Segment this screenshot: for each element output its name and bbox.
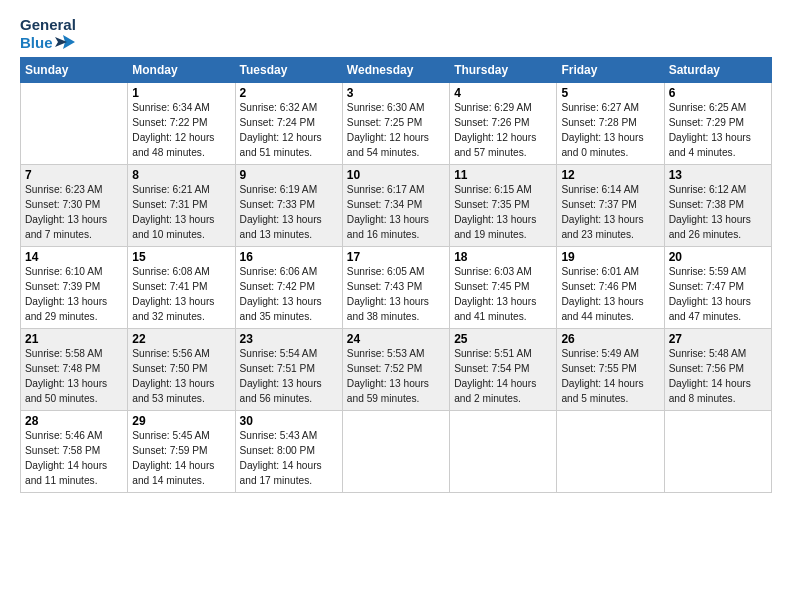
day-number: 16 (240, 250, 338, 264)
header-wednesday: Wednesday (342, 58, 449, 83)
calendar-cell-w5-d2: 29Sunrise: 5:45 AMSunset: 7:59 PMDayligh… (128, 411, 235, 493)
day-detail: Sunrise: 6:01 AMSunset: 7:46 PMDaylight:… (561, 266, 643, 321)
day-number: 25 (454, 332, 552, 346)
day-number: 27 (669, 332, 767, 346)
day-detail: Sunrise: 6:19 AMSunset: 7:33 PMDaylight:… (240, 184, 322, 239)
header: General Blue (20, 16, 772, 51)
calendar-cell-w4-d6: 26Sunrise: 5:49 AMSunset: 7:55 PMDayligh… (557, 329, 664, 411)
calendar-cell-w2-d7: 13Sunrise: 6:12 AMSunset: 7:38 PMDayligh… (664, 165, 771, 247)
calendar-cell-w5-d6 (557, 411, 664, 493)
day-detail: Sunrise: 6:15 AMSunset: 7:35 PMDaylight:… (454, 184, 536, 239)
calendar-week-1: 1Sunrise: 6:34 AMSunset: 7:22 PMDaylight… (21, 83, 772, 165)
day-number: 17 (347, 250, 445, 264)
header-sunday: Sunday (21, 58, 128, 83)
day-number: 29 (132, 414, 230, 428)
logo-blue: Blue (20, 34, 53, 51)
day-detail: Sunrise: 6:29 AMSunset: 7:26 PMDaylight:… (454, 102, 536, 157)
day-detail: Sunrise: 5:49 AMSunset: 7:55 PMDaylight:… (561, 348, 643, 403)
calendar-cell-w3-d4: 17Sunrise: 6:05 AMSunset: 7:43 PMDayligh… (342, 247, 449, 329)
calendar-cell-w3-d3: 16Sunrise: 6:06 AMSunset: 7:42 PMDayligh… (235, 247, 342, 329)
calendar-cell-w3-d5: 18Sunrise: 6:03 AMSunset: 7:45 PMDayligh… (450, 247, 557, 329)
day-detail: Sunrise: 5:58 AMSunset: 7:48 PMDaylight:… (25, 348, 107, 403)
calendar-cell-w1-d7: 6Sunrise: 6:25 AMSunset: 7:29 PMDaylight… (664, 83, 771, 165)
calendar-cell-w3-d1: 14Sunrise: 6:10 AMSunset: 7:39 PMDayligh… (21, 247, 128, 329)
calendar-cell-w4-d5: 25Sunrise: 5:51 AMSunset: 7:54 PMDayligh… (450, 329, 557, 411)
day-number: 26 (561, 332, 659, 346)
calendar-table: SundayMondayTuesdayWednesdayThursdayFrid… (20, 57, 772, 493)
calendar-cell-w4-d3: 23Sunrise: 5:54 AMSunset: 7:51 PMDayligh… (235, 329, 342, 411)
day-detail: Sunrise: 5:53 AMSunset: 7:52 PMDaylight:… (347, 348, 429, 403)
day-detail: Sunrise: 5:45 AMSunset: 7:59 PMDaylight:… (132, 430, 214, 485)
header-saturday: Saturday (664, 58, 771, 83)
calendar-cell-w1-d4: 3Sunrise: 6:30 AMSunset: 7:25 PMDaylight… (342, 83, 449, 165)
day-number: 6 (669, 86, 767, 100)
calendar-week-4: 21Sunrise: 5:58 AMSunset: 7:48 PMDayligh… (21, 329, 772, 411)
calendar-cell-w2-d4: 10Sunrise: 6:17 AMSunset: 7:34 PMDayligh… (342, 165, 449, 247)
day-number: 18 (454, 250, 552, 264)
day-detail: Sunrise: 6:25 AMSunset: 7:29 PMDaylight:… (669, 102, 751, 157)
day-detail: Sunrise: 5:54 AMSunset: 7:51 PMDaylight:… (240, 348, 322, 403)
calendar-week-2: 7Sunrise: 6:23 AMSunset: 7:30 PMDaylight… (21, 165, 772, 247)
day-number: 8 (132, 168, 230, 182)
calendar-cell-w5-d7 (664, 411, 771, 493)
day-detail: Sunrise: 6:08 AMSunset: 7:41 PMDaylight:… (132, 266, 214, 321)
header-thursday: Thursday (450, 58, 557, 83)
day-number: 23 (240, 332, 338, 346)
day-detail: Sunrise: 6:34 AMSunset: 7:22 PMDaylight:… (132, 102, 214, 157)
calendar-cell-w1-d1 (21, 83, 128, 165)
calendar-cell-w2-d3: 9Sunrise: 6:19 AMSunset: 7:33 PMDaylight… (235, 165, 342, 247)
page-container: General Blue SundayMondayTuesdayWednesda… (0, 0, 792, 503)
calendar-cell-w4-d1: 21Sunrise: 5:58 AMSunset: 7:48 PMDayligh… (21, 329, 128, 411)
logo-general: General (20, 16, 76, 33)
day-number: 9 (240, 168, 338, 182)
calendar-cell-w2-d6: 12Sunrise: 6:14 AMSunset: 7:37 PMDayligh… (557, 165, 664, 247)
day-detail: Sunrise: 6:27 AMSunset: 7:28 PMDaylight:… (561, 102, 643, 157)
day-number: 1 (132, 86, 230, 100)
day-number: 19 (561, 250, 659, 264)
day-detail: Sunrise: 6:17 AMSunset: 7:34 PMDaylight:… (347, 184, 429, 239)
day-detail: Sunrise: 6:05 AMSunset: 7:43 PMDaylight:… (347, 266, 429, 321)
calendar-cell-w1-d6: 5Sunrise: 6:27 AMSunset: 7:28 PMDaylight… (557, 83, 664, 165)
day-number: 10 (347, 168, 445, 182)
calendar-cell-w5-d3: 30Sunrise: 5:43 AMSunset: 8:00 PMDayligh… (235, 411, 342, 493)
day-detail: Sunrise: 6:12 AMSunset: 7:38 PMDaylight:… (669, 184, 751, 239)
day-detail: Sunrise: 5:51 AMSunset: 7:54 PMDaylight:… (454, 348, 536, 403)
header-monday: Monday (128, 58, 235, 83)
calendar-week-3: 14Sunrise: 6:10 AMSunset: 7:39 PMDayligh… (21, 247, 772, 329)
calendar-cell-w3-d7: 20Sunrise: 5:59 AMSunset: 7:47 PMDayligh… (664, 247, 771, 329)
day-number: 11 (454, 168, 552, 182)
day-detail: Sunrise: 6:06 AMSunset: 7:42 PMDaylight:… (240, 266, 322, 321)
header-tuesday: Tuesday (235, 58, 342, 83)
day-detail: Sunrise: 6:23 AMSunset: 7:30 PMDaylight:… (25, 184, 107, 239)
day-number: 12 (561, 168, 659, 182)
calendar-cell-w4-d7: 27Sunrise: 5:48 AMSunset: 7:56 PMDayligh… (664, 329, 771, 411)
calendar-cell-w3-d6: 19Sunrise: 6:01 AMSunset: 7:46 PMDayligh… (557, 247, 664, 329)
day-number: 3 (347, 86, 445, 100)
day-number: 30 (240, 414, 338, 428)
calendar-header-row: SundayMondayTuesdayWednesdayThursdayFrid… (21, 58, 772, 83)
calendar-cell-w3-d2: 15Sunrise: 6:08 AMSunset: 7:41 PMDayligh… (128, 247, 235, 329)
day-detail: Sunrise: 6:30 AMSunset: 7:25 PMDaylight:… (347, 102, 429, 157)
calendar-cell-w4-d2: 22Sunrise: 5:56 AMSunset: 7:50 PMDayligh… (128, 329, 235, 411)
day-number: 24 (347, 332, 445, 346)
logo-bird-icon (55, 33, 75, 51)
calendar-cell-w5-d4 (342, 411, 449, 493)
day-detail: Sunrise: 6:21 AMSunset: 7:31 PMDaylight:… (132, 184, 214, 239)
day-detail: Sunrise: 6:03 AMSunset: 7:45 PMDaylight:… (454, 266, 536, 321)
day-number: 28 (25, 414, 123, 428)
day-detail: Sunrise: 6:10 AMSunset: 7:39 PMDaylight:… (25, 266, 107, 321)
calendar-cell-w1-d3: 2Sunrise: 6:32 AMSunset: 7:24 PMDaylight… (235, 83, 342, 165)
day-number: 7 (25, 168, 123, 182)
day-detail: Sunrise: 6:14 AMSunset: 7:37 PMDaylight:… (561, 184, 643, 239)
calendar-cell-w1-d2: 1Sunrise: 6:34 AMSunset: 7:22 PMDaylight… (128, 83, 235, 165)
day-number: 13 (669, 168, 767, 182)
day-detail: Sunrise: 5:48 AMSunset: 7:56 PMDaylight:… (669, 348, 751, 403)
day-number: 22 (132, 332, 230, 346)
calendar-cell-w2-d2: 8Sunrise: 6:21 AMSunset: 7:31 PMDaylight… (128, 165, 235, 247)
day-number: 15 (132, 250, 230, 264)
calendar-cell-w1-d5: 4Sunrise: 6:29 AMSunset: 7:26 PMDaylight… (450, 83, 557, 165)
calendar-cell-w4-d4: 24Sunrise: 5:53 AMSunset: 7:52 PMDayligh… (342, 329, 449, 411)
day-detail: Sunrise: 5:56 AMSunset: 7:50 PMDaylight:… (132, 348, 214, 403)
day-detail: Sunrise: 5:46 AMSunset: 7:58 PMDaylight:… (25, 430, 107, 485)
day-number: 20 (669, 250, 767, 264)
